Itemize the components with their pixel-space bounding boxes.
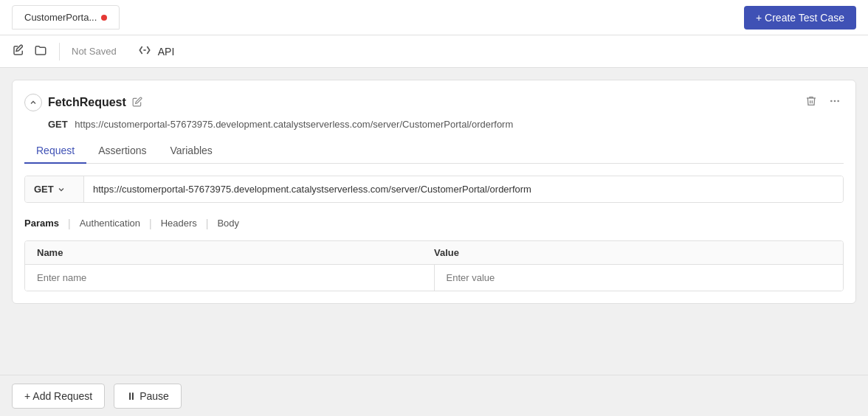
param-value-input[interactable] — [435, 265, 844, 291]
delete-request-button[interactable] — [802, 92, 820, 113]
url-input[interactable] — [84, 176, 843, 202]
request-name: FetchRequest — [48, 96, 126, 109]
col-name-header: Name — [37, 247, 434, 258]
current-tab[interactable]: CustomerPorta... — [12, 5, 120, 30]
tab-label: CustomerPorta... — [24, 12, 97, 23]
create-test-button[interactable]: + Create Test Case — [744, 6, 856, 30]
api-icon — [137, 43, 152, 60]
method-select[interactable]: GET — [25, 176, 84, 202]
sep-3: | — [206, 218, 209, 229]
params-table: Name Value — [24, 240, 844, 291]
main-content: FetchRequest — [0, 68, 868, 375]
svg-point-1 — [830, 100, 833, 103]
sep-1: | — [68, 218, 71, 229]
toolbar-icons — [12, 44, 47, 60]
params-tab-body[interactable]: Body — [217, 215, 239, 232]
tab-assertions[interactable]: Assertions — [86, 139, 158, 164]
svg-point-3 — [837, 100, 839, 103]
more-options-button[interactable] — [826, 92, 844, 113]
header-left: CustomerPorta... — [12, 5, 123, 30]
add-request-button[interactable]: + Add Request — [12, 384, 105, 409]
method-value: GET — [34, 184, 54, 195]
request-method-display: GET — [48, 119, 68, 130]
params-table-header: Name Value — [25, 241, 843, 265]
svg-point-2 — [834, 100, 836, 103]
request-url-display: GET https://customerportal-57673975.deve… — [48, 119, 844, 130]
params-input-row — [25, 265, 843, 291]
edit-doc-icon[interactable] — [12, 44, 25, 60]
request-card: FetchRequest — [12, 80, 856, 304]
edit-name-icon[interactable] — [132, 97, 142, 109]
params-tabs: Params | Authentication | Headers | Body — [24, 215, 844, 232]
collapse-button[interactable] — [24, 94, 42, 111]
unsaved-dot — [101, 15, 107, 21]
params-tab-params[interactable]: Params — [24, 215, 59, 232]
param-name-input[interactable] — [25, 265, 435, 291]
url-row: GET — [24, 176, 844, 203]
method-chevron-icon — [57, 185, 66, 194]
bottom-toolbar: + Add Request ⏸ Pause — [0, 375, 868, 416]
pause-button[interactable]: ⏸ Pause — [114, 384, 182, 409]
tab-variables[interactable]: Variables — [159, 139, 224, 164]
request-header-left: FetchRequest — [24, 94, 142, 111]
not-saved-label: Not Saved — [72, 46, 117, 57]
tab-request[interactable]: Request — [24, 139, 86, 164]
card-tabs: Request Assertions Variables — [24, 139, 844, 164]
request-url-text: https://customerportal-57673975.developm… — [75, 119, 513, 130]
col-value-header: Value — [434, 247, 831, 258]
header-bar: CustomerPorta... + Create Test Case — [0, 0, 868, 35]
toolbar: Not Saved API — [0, 35, 868, 68]
params-tab-headers[interactable]: Headers — [161, 215, 197, 232]
api-section: API — [137, 43, 175, 60]
params-tab-authentication[interactable]: Authentication — [80, 215, 140, 232]
api-label: API — [158, 46, 175, 58]
request-card-header: FetchRequest — [24, 92, 844, 113]
request-actions — [802, 92, 844, 113]
folder-icon[interactable] — [34, 44, 47, 60]
toolbar-divider — [59, 43, 60, 60]
sep-2: | — [149, 218, 152, 229]
